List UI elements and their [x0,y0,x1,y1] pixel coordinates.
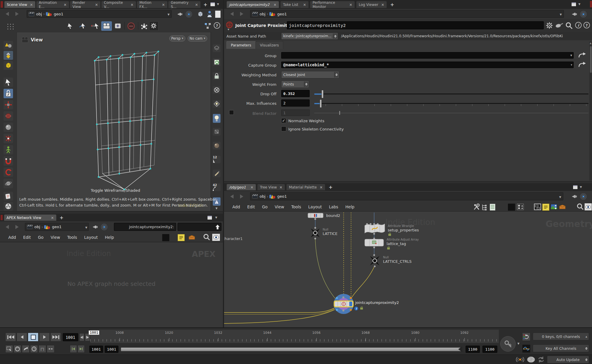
scroll-up-icon[interactable]: ▼ [590,42,591,45]
pane-link-indicator[interactable] [1,1,3,8]
lattice-label[interactable]: LATTICE [323,231,337,236]
info-icon[interactable]: i [575,22,582,28]
close-icon[interactable]: × [30,3,33,7]
group-select-arrow-button[interactable] [578,52,587,59]
menu-go[interactable]: Go [38,235,44,240]
close-icon[interactable]: × [162,3,165,7]
menu-tools[interactable]: Tools [67,235,77,240]
search-icon[interactable] [565,22,573,29]
camera-cursor-icon[interactable] [91,22,99,30]
node-lattice-ctrls-null[interactable] [370,256,379,265]
node-bound2[interactable] [308,213,323,218]
menu-go[interactable]: Go [262,204,268,209]
find-icon[interactable] [203,233,210,241]
max-influences-slider[interactable] [314,103,588,104]
close-icon[interactable]: × [274,3,276,7]
range-start-field[interactable]: 1001 [89,346,103,353]
apex-target-field[interactable]: jointcaptureproximity2: [114,223,176,231]
menu-view[interactable]: View [51,235,60,240]
lattice-wireframe[interactable] [0,33,223,211]
tab-performance-monitor[interactable]: Performance Monitor× [310,1,355,8]
close-icon[interactable]: × [303,3,306,7]
menu-labs[interactable]: Labs [329,204,338,209]
keys-refresh-icon[interactable] [522,333,530,341]
radar-link-icon[interactable] [101,223,108,231]
particles-icon[interactable] [140,22,148,30]
back-button[interactable] [5,12,11,16]
apex-canvas[interactable]: Indie Edition APEX No APEX graph node se… [0,242,223,328]
breadcrumb-context[interactable]: obj [260,12,266,16]
range-slider[interactable] [121,347,461,351]
back-button[interactable] [229,194,236,199]
network-activity-icon[interactable] [516,356,525,363]
max-influences-slider-handle[interactable] [320,99,322,108]
range-start2-field[interactable]: 1001 [105,346,118,353]
close-icon[interactable]: × [279,185,282,189]
range-slider-handle[interactable] [458,346,462,352]
prev-key-button[interactable] [70,345,77,353]
breadcrumb-node[interactable]: geo1 [277,12,287,16]
tick-display-icon[interactable]: |''| [38,345,46,353]
palette-icon[interactable] [162,234,169,241]
character-icon[interactable] [206,10,213,18]
forward-button[interactable] [14,12,20,16]
close-icon[interactable]: × [381,3,384,7]
current-frame-field[interactable]: 1001 [63,333,78,341]
ignore-skeleton-checkbox[interactable] [281,126,286,131]
menu-view[interactable]: View [275,204,284,209]
scrollbar-thumb[interactable] [590,46,592,73]
close-icon[interactable]: × [349,3,352,7]
playbar-options-icon[interactable] [5,345,13,353]
normalize-weights-checkbox[interactable]: ✓ [281,118,286,123]
network-overview-icon[interactable] [204,22,212,30]
tab-render-view[interactable]: Render View× [70,1,101,8]
update-refresh-icon[interactable] [537,356,545,363]
flatten-slope-icon[interactable] [22,345,30,353]
node-lattice-null[interactable] [311,228,320,237]
tab-obj-geo1[interactable]: /obj/geo1× [226,184,256,190]
go-to-start-button[interactable] [5,333,16,342]
panel-icon[interactable] [215,10,221,18]
list-page-icon[interactable] [490,204,496,211]
close-icon[interactable]: × [131,3,133,7]
pane-menu-icon[interactable]: ▼ [215,216,217,219]
breadcrumb-context[interactable]: obj [36,12,42,16]
node-lattice-tag[interactable] [365,239,384,246]
scrub-dots-icon[interactable] [47,345,54,353]
breadcrumb-node[interactable]: geo1 [277,194,287,199]
split-pane-icon[interactable] [114,22,121,30]
cook-pan-icon[interactable] [555,22,563,29]
breadcrumb-node[interactable]: geo1 [52,225,61,229]
spinner-icon[interactable] [584,345,588,351]
tab-log-viewer[interactable]: Log Viewer× [356,1,387,8]
range-end2-field[interactable]: 1100 [482,346,497,353]
radar-link-icon[interactable] [580,11,587,18]
next-key-button[interactable] [78,345,85,353]
node-info-icon[interactable]: i [354,307,358,310]
breadcrumb-context[interactable]: obj [34,225,40,229]
radar-link-icon[interactable] [185,11,192,18]
drop-off-slider-handle[interactable] [321,90,324,98]
blend-factor-toggle[interactable] [229,110,234,115]
node-name-field[interactable]: jointcaptureproximity2 [287,21,544,29]
menu-edit[interactable]: Edit [247,204,255,209]
layout-grid-icon[interactable] [517,204,524,210]
tab-parameters[interactable]: Parameters [226,41,256,49]
gallery-box-icon[interactable] [559,204,566,210]
help-icon[interactable]: ? [214,22,220,29]
node-type-icon[interactable] [226,21,233,28]
weight-from-dropdown[interactable]: Points [281,80,309,88]
palette-icon[interactable] [508,204,515,211]
audio-icon[interactable] [14,345,21,353]
radar-link-icon[interactable] [580,193,587,200]
tree-hierarchy-icon[interactable] [481,204,488,211]
stop-button[interactable] [28,333,38,342]
group-field[interactable]: ▼ [281,52,574,59]
pane-maximize-icon[interactable] [573,185,578,189]
forward-button[interactable] [238,194,245,199]
close-icon[interactable]: × [95,3,98,7]
go-to-end-button[interactable] [50,333,61,342]
network-canvas[interactable]: Indie Edition Geometry [224,212,592,327]
add-tab-button[interactable]: + [202,1,208,7]
drop-off-field[interactable]: 0.352 [281,90,310,97]
